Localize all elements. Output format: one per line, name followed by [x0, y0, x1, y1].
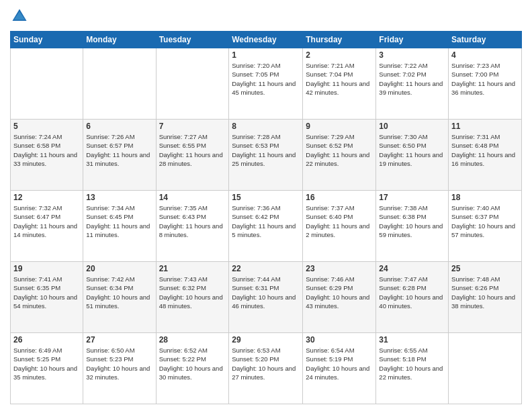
calendar-cell: 11Sunrise: 7:31 AMSunset: 6:48 PMDayligh…	[449, 120, 522, 191]
calendar-cell: 19Sunrise: 7:41 AMSunset: 6:35 PMDayligh…	[11, 262, 83, 333]
day-info: Sunrise: 7:38 AMSunset: 6:38 PMDaylight:…	[379, 203, 445, 239]
logo	[10, 7, 33, 26]
day-info: Sunrise: 7:31 AMSunset: 6:48 PMDaylight:…	[451, 132, 519, 168]
day-info: Sunrise: 7:35 AMSunset: 6:43 PMDaylight:…	[159, 203, 226, 239]
calendar-cell: 1Sunrise: 7:20 AMSunset: 7:05 PMDaylight…	[229, 48, 303, 120]
day-info: Sunrise: 7:41 AMSunset: 6:35 PMDaylight:…	[13, 275, 80, 310]
day-info: Sunrise: 7:23 AMSunset: 7:00 PMDaylight:…	[451, 61, 519, 97]
calendar-cell	[449, 333, 522, 404]
calendar-cell	[11, 48, 83, 120]
calendar-cell: 20Sunrise: 7:42 AMSunset: 6:34 PMDayligh…	[83, 262, 156, 333]
day-header-wednesday: Wednesday	[229, 32, 303, 48]
day-number: 19	[13, 264, 80, 273]
day-info: Sunrise: 7:29 AMSunset: 6:52 PMDaylight:…	[306, 132, 373, 168]
calendar-cell: 7Sunrise: 7:27 AMSunset: 6:55 PMDaylight…	[156, 120, 229, 191]
day-number: 27	[86, 335, 152, 345]
calendar-cell: 2Sunrise: 7:21 AMSunset: 7:04 PMDaylight…	[303, 48, 376, 120]
week-row-5: 26Sunrise: 6:49 AMSunset: 5:25 PMDayligh…	[11, 333, 522, 404]
day-number: 8	[232, 122, 300, 131]
week-row-2: 5Sunrise: 7:24 AMSunset: 6:58 PMDaylight…	[11, 120, 522, 191]
day-info: Sunrise: 7:28 AMSunset: 6:53 PMDaylight:…	[232, 132, 300, 168]
day-info: Sunrise: 7:32 AMSunset: 6:47 PMDaylight:…	[13, 203, 80, 239]
day-number: 6	[86, 122, 152, 131]
day-info: Sunrise: 7:22 AMSunset: 7:02 PMDaylight:…	[379, 61, 445, 97]
day-number: 15	[232, 193, 300, 202]
day-info: Sunrise: 7:47 AMSunset: 6:28 PMDaylight:…	[379, 275, 445, 310]
day-number: 23	[306, 264, 373, 273]
day-number: 4	[451, 50, 519, 60]
day-info: Sunrise: 7:20 AMSunset: 7:05 PMDaylight:…	[232, 61, 300, 97]
day-number: 12	[13, 193, 80, 202]
day-number: 2	[306, 50, 373, 60]
day-info: Sunrise: 7:44 AMSunset: 6:31 PMDaylight:…	[232, 275, 300, 310]
day-info: Sunrise: 7:36 AMSunset: 6:42 PMDaylight:…	[232, 203, 300, 239]
day-header-sunday: Sunday	[11, 32, 83, 48]
calendar-cell: 5Sunrise: 7:24 AMSunset: 6:58 PMDaylight…	[11, 120, 83, 191]
day-info: Sunrise: 7:43 AMSunset: 6:32 PMDaylight:…	[159, 275, 226, 310]
day-info: Sunrise: 7:37 AMSunset: 6:40 PMDaylight:…	[306, 203, 373, 239]
week-row-1: 1Sunrise: 7:20 AMSunset: 7:05 PMDaylight…	[11, 48, 522, 120]
day-number: 26	[13, 335, 80, 345]
day-number: 29	[232, 335, 300, 345]
day-number: 13	[86, 193, 152, 202]
day-info: Sunrise: 6:55 AMSunset: 5:18 PMDaylight:…	[379, 346, 445, 381]
day-number: 1	[232, 50, 300, 60]
calendar-cell	[156, 48, 229, 120]
calendar-cell: 10Sunrise: 7:30 AMSunset: 6:50 PMDayligh…	[376, 120, 449, 191]
day-number: 20	[86, 264, 152, 273]
day-info: Sunrise: 7:42 AMSunset: 6:34 PMDaylight:…	[86, 275, 152, 310]
day-number: 18	[451, 193, 519, 202]
calendar-cell: 31Sunrise: 6:55 AMSunset: 5:18 PMDayligh…	[376, 333, 449, 404]
day-info: Sunrise: 7:34 AMSunset: 6:45 PMDaylight:…	[86, 203, 152, 239]
calendar-cell: 12Sunrise: 7:32 AMSunset: 6:47 PMDayligh…	[11, 191, 83, 262]
day-header-friday: Friday	[376, 32, 449, 48]
day-info: Sunrise: 7:40 AMSunset: 6:37 PMDaylight:…	[451, 203, 519, 239]
calendar-page: SundayMondayTuesdayWednesdayThursdayFrid…	[0, 0, 532, 411]
calendar-cell: 30Sunrise: 6:54 AMSunset: 5:19 PMDayligh…	[303, 333, 376, 404]
calendar-cell: 28Sunrise: 6:52 AMSunset: 5:22 PMDayligh…	[156, 333, 229, 404]
day-header-thursday: Thursday	[303, 32, 376, 48]
calendar-cell	[83, 48, 156, 120]
calendar-cell: 17Sunrise: 7:38 AMSunset: 6:38 PMDayligh…	[376, 191, 449, 262]
calendar-cell: 23Sunrise: 7:46 AMSunset: 6:29 PMDayligh…	[303, 262, 376, 333]
week-row-4: 19Sunrise: 7:41 AMSunset: 6:35 PMDayligh…	[11, 262, 522, 333]
day-number: 28	[159, 335, 226, 345]
day-info: Sunrise: 7:21 AMSunset: 7:04 PMDaylight:…	[306, 61, 373, 97]
day-number: 22	[232, 264, 300, 273]
day-number: 24	[379, 264, 445, 273]
calendar-cell: 21Sunrise: 7:43 AMSunset: 6:32 PMDayligh…	[156, 262, 229, 333]
calendar-cell: 29Sunrise: 6:53 AMSunset: 5:20 PMDayligh…	[229, 333, 303, 404]
day-info: Sunrise: 6:53 AMSunset: 5:20 PMDaylight:…	[232, 346, 300, 381]
day-number: 21	[159, 264, 226, 273]
day-number: 14	[159, 193, 226, 202]
day-number: 3	[379, 50, 445, 60]
calendar-cell: 15Sunrise: 7:36 AMSunset: 6:42 PMDayligh…	[229, 191, 303, 262]
day-number: 31	[379, 335, 445, 345]
week-row-3: 12Sunrise: 7:32 AMSunset: 6:47 PMDayligh…	[11, 191, 522, 262]
calendar-cell: 25Sunrise: 7:48 AMSunset: 6:26 PMDayligh…	[449, 262, 522, 333]
day-info: Sunrise: 7:27 AMSunset: 6:55 PMDaylight:…	[159, 132, 226, 168]
day-number: 11	[451, 122, 519, 131]
day-info: Sunrise: 6:52 AMSunset: 5:22 PMDaylight:…	[159, 346, 226, 381]
day-number: 30	[306, 335, 373, 345]
day-number: 9	[306, 122, 373, 131]
logo-icon	[10, 7, 29, 26]
calendar-cell: 22Sunrise: 7:44 AMSunset: 6:31 PMDayligh…	[229, 262, 303, 333]
calendar-cell: 27Sunrise: 6:50 AMSunset: 5:23 PMDayligh…	[83, 333, 156, 404]
calendar-cell: 9Sunrise: 7:29 AMSunset: 6:52 PMDaylight…	[303, 120, 376, 191]
calendar-cell: 16Sunrise: 7:37 AMSunset: 6:40 PMDayligh…	[303, 191, 376, 262]
calendar-cell: 8Sunrise: 7:28 AMSunset: 6:53 PMDaylight…	[229, 120, 303, 191]
calendar-cell: 6Sunrise: 7:26 AMSunset: 6:57 PMDaylight…	[83, 120, 156, 191]
calendar-cell: 26Sunrise: 6:49 AMSunset: 5:25 PMDayligh…	[11, 333, 83, 404]
day-info: Sunrise: 7:26 AMSunset: 6:57 PMDaylight:…	[86, 132, 152, 168]
day-info: Sunrise: 7:48 AMSunset: 6:26 PMDaylight:…	[451, 275, 519, 310]
day-number: 25	[451, 264, 519, 273]
day-info: Sunrise: 6:54 AMSunset: 5:19 PMDaylight:…	[306, 346, 373, 381]
header	[10, 7, 522, 26]
day-info: Sunrise: 7:24 AMSunset: 6:58 PMDaylight:…	[13, 132, 80, 168]
day-info: Sunrise: 6:49 AMSunset: 5:25 PMDaylight:…	[13, 346, 80, 381]
calendar-cell: 13Sunrise: 7:34 AMSunset: 6:45 PMDayligh…	[83, 191, 156, 262]
calendar-cell: 14Sunrise: 7:35 AMSunset: 6:43 PMDayligh…	[156, 191, 229, 262]
header-row: SundayMondayTuesdayWednesdayThursdayFrid…	[11, 32, 522, 48]
day-number: 17	[379, 193, 445, 202]
